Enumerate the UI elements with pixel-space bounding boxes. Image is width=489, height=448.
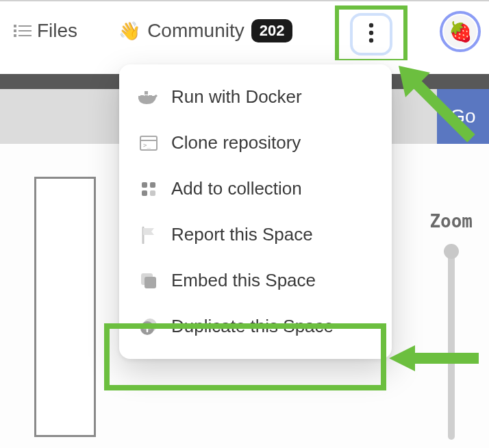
more-menu-dropdown: Run with Docker >_ Clone repository Add …	[119, 64, 392, 359]
window-icon: >_	[138, 133, 159, 153]
tab-files[interactable]: Files	[7, 16, 84, 46]
zoom-slider[interactable]	[448, 248, 455, 440]
preview-frame	[34, 177, 96, 437]
svg-rect-2	[14, 29, 16, 32]
community-count-badge: 202	[251, 19, 293, 42]
more-menu-button[interactable]	[350, 13, 392, 55]
svg-point-8	[369, 38, 373, 42]
svg-rect-4	[14, 34, 16, 37]
stack-icon	[138, 271, 159, 291]
docker-icon	[138, 87, 159, 108]
menu-item-label: Add to collection	[171, 178, 302, 199]
annotation-highlight-more	[335, 5, 408, 63]
menu-item-run-docker[interactable]: Run with Docker	[119, 74, 392, 120]
go-button-label: Go	[450, 105, 475, 127]
svg-rect-17	[150, 182, 155, 188]
files-list-icon	[14, 23, 32, 38]
menu-item-embed-space[interactable]: Embed this Space	[119, 258, 392, 303]
wave-icon: 👋	[118, 21, 140, 42]
user-avatar[interactable]: 🍓	[440, 11, 481, 52]
tab-files-label: Files	[37, 20, 77, 42]
tab-community[interactable]: 👋 Community 202	[112, 15, 299, 47]
menu-item-label: Report this Space	[171, 224, 313, 245]
svg-rect-3	[18, 30, 32, 32]
menu-item-add-collection[interactable]: Add to collection	[119, 166, 392, 212]
menu-item-label: Embed this Space	[171, 270, 316, 291]
menu-item-label: Clone repository	[171, 132, 301, 153]
avatar-image: 🍓	[444, 15, 477, 48]
svg-rect-22	[145, 277, 156, 288]
svg-rect-0	[14, 25, 16, 27]
tab-community-label: Community	[147, 20, 244, 42]
menu-item-report-space[interactable]: Report this Space	[119, 212, 392, 258]
svg-rect-18	[142, 190, 147, 196]
grid-icon	[138, 179, 159, 199]
svg-rect-5	[18, 35, 32, 36]
menu-item-duplicate-space[interactable]: Duplicate this Space	[119, 303, 392, 349]
svg-rect-1	[18, 25, 32, 27]
plus-circle-icon	[138, 316, 159, 337]
svg-text:>_: >_	[143, 142, 151, 149]
zoom-control: Zoom	[429, 211, 473, 440]
menu-item-label: Run with Docker	[171, 86, 302, 108]
svg-rect-16	[142, 182, 147, 188]
zoom-slider-thumb[interactable]	[444, 244, 459, 259]
svg-rect-19	[150, 190, 155, 196]
flag-icon	[138, 225, 159, 245]
svg-point-6	[369, 23, 373, 27]
top-nav-bar: Files 👋 Community 202 🍓	[0, 0, 489, 60]
svg-rect-12	[145, 91, 148, 95]
menu-item-clone-repo[interactable]: >_ Clone repository	[119, 120, 392, 166]
zoom-label: Zoom	[429, 211, 473, 232]
menu-item-label: Duplicate this Space	[171, 316, 334, 337]
svg-point-7	[369, 31, 373, 35]
go-button[interactable]: Go	[437, 89, 489, 144]
dots-vertical-icon	[368, 23, 375, 46]
